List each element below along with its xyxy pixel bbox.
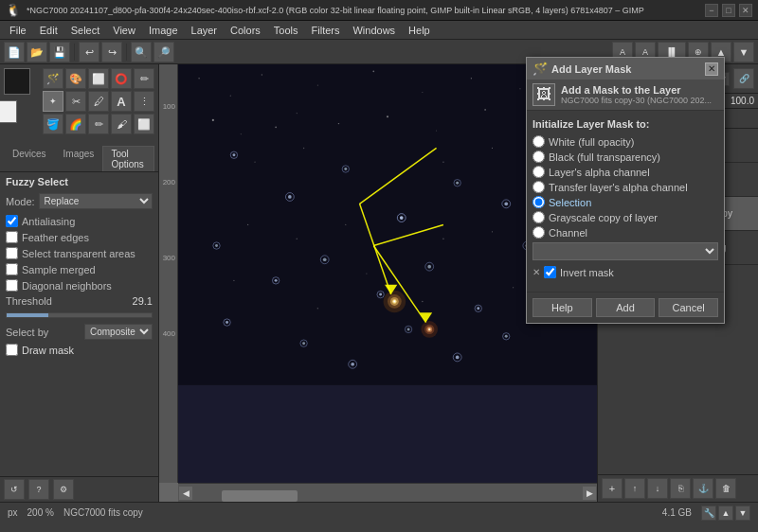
svg-point-77 [247, 224, 248, 225]
invert-mask-checkbox[interactable] [544, 266, 556, 278]
tool-fuzzy-select-active[interactable]: ✦ [43, 91, 63, 112]
menu-item-windows[interactable]: Windows [347, 24, 401, 37]
tool-more[interactable]: ⋮ [134, 91, 154, 112]
zoom-out-button[interactable]: 🔎 [153, 42, 174, 62]
undo-button[interactable]: ↩ [79, 42, 99, 62]
tool-select-color[interactable]: 🎨 [65, 68, 86, 89]
status-icon2[interactable]: ▲ [718, 505, 733, 521]
menu-item-help[interactable]: Help [403, 24, 436, 37]
menu-item-view[interactable]: View [107, 24, 141, 37]
tool-ellipse-select[interactable]: ⭕ [111, 68, 132, 89]
cancel-button[interactable]: Cancel [659, 298, 718, 317]
svg-point-16 [387, 115, 388, 117]
open-button[interactable]: 📂 [27, 42, 47, 62]
maximize-button[interactable]: □ [722, 4, 735, 17]
menu-item-colors[interactable]: Colors [225, 24, 266, 37]
radio-layer-alpha-input[interactable] [532, 166, 545, 178]
threshold-row: Threshold 29.1 [6, 295, 153, 307]
draw-mask-checkbox[interactable] [6, 344, 18, 356]
status-icon3[interactable]: ▼ [735, 505, 750, 521]
tool-fuzzy-select[interactable]: 🪄 [43, 68, 63, 89]
tab-tool-options[interactable]: Tool Options [102, 146, 154, 171]
tool-pencil[interactable]: ✏ [88, 114, 109, 134]
svg-point-12 [241, 133, 242, 134]
menu-item-filters[interactable]: Filters [306, 24, 346, 37]
tab-images[interactable]: Images [55, 146, 103, 171]
select-transparent-checkbox[interactable] [6, 247, 18, 259]
help-button[interactable]: Help [532, 298, 592, 317]
new-button[interactable]: 📄 [4, 42, 25, 62]
help-icon[interactable]: ? [28, 479, 49, 500]
menu-item-edit[interactable]: Edit [34, 24, 63, 37]
svg-point-75 [492, 148, 493, 149]
feather-checkbox[interactable] [6, 231, 18, 243]
duplicate-layer-button[interactable]: ⎘ [670, 478, 691, 499]
tool-paintbrush[interactable]: 🖌 [111, 114, 132, 134]
channel-dropdown[interactable] [532, 242, 718, 260]
radio-selection-input[interactable] [532, 196, 545, 208]
menu-item-select[interactable]: Select [65, 24, 106, 37]
menu-item-tools[interactable]: Tools [268, 24, 304, 37]
tool-blend[interactable]: 🌈 [65, 114, 86, 134]
diagonal-neighbors-checkbox[interactable] [6, 279, 18, 292]
close-button[interactable]: ✕ [739, 4, 752, 17]
mode-select[interactable]: ReplaceAddSubtractIntersect [39, 193, 153, 209]
dialog-header: 🖼 Add a Mask to the Layer NGC7000 fits c… [527, 80, 724, 111]
config-button[interactable]: ⚙ [53, 479, 74, 500]
status-size: 4.1 GB [662, 507, 692, 518]
toolbox: 🪄 🎨 ⬜ ⭕ ✏ ✦ ✂ 🖊 A ⋮ 🪣 [0, 64, 158, 144]
scroll-right-button[interactable]: ▶ [582, 486, 597, 501]
tool-foreground-select[interactable]: 🖊 [88, 91, 109, 112]
anchor-layer-button[interactable]: ⚓ [693, 478, 713, 499]
select-transparent-label: Select transparent areas [22, 248, 135, 259]
raise-layer-button[interactable]: ↑ [624, 478, 645, 499]
top-right-btn6[interactable]: ▼ [733, 42, 754, 62]
tool-eraser[interactable]: ⬜ [134, 114, 154, 134]
svg-point-18 [484, 109, 486, 111]
background-color[interactable] [0, 100, 17, 123]
dialog-header-title: Add a Mask to the Layer [561, 84, 712, 96]
new-layer-button[interactable]: + [602, 478, 623, 499]
svg-point-24 [288, 195, 292, 199]
threshold-slider[interactable] [6, 312, 153, 318]
tool-free-select[interactable]: ✏ [134, 68, 154, 89]
lower-layer-button[interactable]: ↓ [647, 478, 668, 499]
reset-button[interactable]: ↺ [4, 479, 25, 500]
add-button[interactable]: Add [596, 298, 656, 317]
scroll-left-button[interactable]: ◀ [178, 486, 193, 501]
svg-point-80 [442, 238, 443, 239]
tab-devices[interactable]: Devices [4, 146, 55, 171]
zoom-in-button[interactable]: 🔍 [131, 42, 152, 62]
radio-channel-input[interactable] [532, 226, 545, 239]
tool-text[interactable]: A [111, 91, 132, 112]
tool-scissors[interactable]: ✂ [65, 91, 86, 112]
left-panel: 🪄 🎨 ⬜ ⭕ ✏ ✦ ✂ 🖊 A ⋮ 🪣 [0, 64, 159, 502]
horizontal-scroll-thumb[interactable] [222, 490, 298, 502]
radio-grayscale-copy-input[interactable] [532, 211, 545, 223]
sample-merged-checkbox[interactable] [6, 263, 18, 275]
minimize-button[interactable]: − [705, 4, 718, 17]
delete-layer-button[interactable]: 🗑 [715, 478, 736, 499]
invert-mask-row: ✕ Invert mask [532, 266, 718, 278]
tool-rect-select[interactable]: ⬜ [88, 68, 109, 89]
dialog-close-button[interactable]: ✕ [705, 62, 718, 76]
foreground-color[interactable] [4, 68, 30, 95]
svg-point-85 [366, 273, 367, 274]
redo-button[interactable]: ↪ [101, 42, 122, 62]
svg-point-13 [275, 126, 277, 128]
dialog-buttons: Help Add Cancel [527, 292, 724, 323]
antialiasing-checkbox[interactable] [6, 215, 18, 227]
radio-white-opacity-input[interactable] [532, 135, 545, 148]
menu-item-image[interactable]: Image [143, 24, 184, 37]
save-button[interactable]: 💾 [49, 42, 70, 62]
radio-black-transparency-input[interactable] [532, 151, 545, 163]
horizontal-scrollbar[interactable]: ◀ ▶ [178, 483, 597, 502]
tool-bucket[interactable]: 🪣 [43, 114, 63, 134]
radio-transfer-alpha-input[interactable] [532, 181, 545, 193]
menu-item-file[interactable]: File [4, 24, 32, 37]
menu-item-layer[interactable]: Layer [186, 24, 224, 37]
select-by-select[interactable]: CompositeRedGreenBlue [84, 324, 153, 340]
status-icon1[interactable]: 🔧 [701, 505, 716, 521]
radio-black-transparency-label: Black (full transparency) [549, 151, 660, 163]
layer-chain-button[interactable]: 🔗 [733, 68, 754, 89]
